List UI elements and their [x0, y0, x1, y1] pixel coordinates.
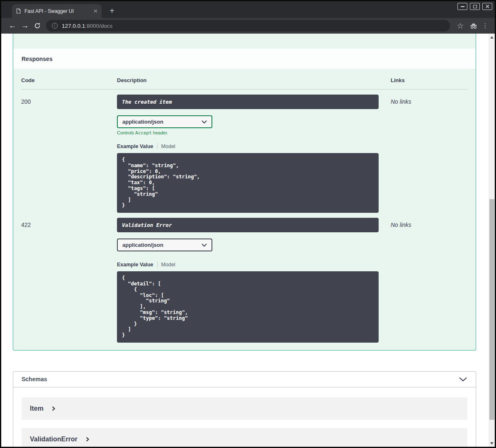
- minimize-icon: [461, 6, 464, 7]
- response-code: 422: [21, 218, 117, 343]
- maximize-button[interactable]: [470, 3, 480, 10]
- tab-title: Fast API - Swagger UI: [24, 8, 94, 14]
- chevron-down-icon: [202, 243, 207, 247]
- maximize-icon: [473, 5, 477, 8]
- media-type-select[interactable]: application/json: [117, 115, 212, 128]
- chevron-right-icon: [86, 437, 89, 442]
- links-cell: No links: [391, 218, 468, 343]
- scroll-down-button[interactable]: [489, 440, 495, 446]
- links-column-header: Links: [391, 77, 468, 83]
- close-icon: [486, 5, 489, 8]
- response-row-200: 200 The created item application/json Co…: [21, 90, 468, 213]
- scrollbar-thumb[interactable]: [489, 199, 494, 420]
- example-value-tab[interactable]: Example Value: [117, 262, 153, 268]
- address-bar[interactable]: i 127.0.0.1:8000/docs: [46, 20, 450, 32]
- chevron-down-icon[interactable]: [459, 377, 467, 382]
- chevron-right-icon: [52, 406, 55, 411]
- schemas-section: Schemas Item ValidationError: [13, 371, 476, 447]
- minimize-button[interactable]: [457, 3, 467, 10]
- media-type-value: application/json: [122, 119, 163, 125]
- responses-header: Responses: [13, 49, 476, 69]
- url-path: :8000/docs: [85, 23, 112, 29]
- description-column-header: Description: [117, 77, 391, 83]
- chevron-down-icon: [202, 120, 207, 124]
- schema-item-row[interactable]: ValidationError: [22, 428, 467, 447]
- model-tab[interactable]: Model: [161, 144, 175, 149]
- response-description-cell: Validation Error application/json Exampl…: [117, 218, 391, 343]
- triangle-down-icon: [490, 442, 494, 445]
- reload-icon: [34, 22, 41, 29]
- schema-item-row[interactable]: Item: [22, 397, 467, 420]
- responses-table-header: Code Description Links: [21, 75, 468, 90]
- response-description-cell: The created item application/json Contro…: [117, 95, 391, 213]
- page-favicon-icon: [16, 8, 21, 14]
- scroll-up-button[interactable]: [489, 34, 495, 40]
- bookmark-star-icon[interactable]: ☆: [454, 21, 467, 31]
- schemas-body: Item ValidationError: [13, 387, 476, 447]
- schemas-title: Schemas: [22, 376, 47, 382]
- incognito-icon: [467, 23, 481, 29]
- browser-tab[interactable]: Fast API - Swagger UI: [12, 4, 102, 18]
- window-controls: [457, 3, 492, 10]
- example-model-tabs: Example Value Model: [117, 261, 391, 268]
- response-description-box: Validation Error: [117, 218, 379, 232]
- url-host: 127.0.0.1: [62, 23, 85, 29]
- response-code: 200: [21, 95, 117, 213]
- responses-title: Responses: [22, 56, 53, 62]
- tab-close-icon[interactable]: [94, 9, 97, 13]
- url-text: 127.0.0.1:8000/docs: [62, 23, 112, 29]
- browser-toolbar: ← → i 127.0.0.1:8000/docs ☆ ⋮: [1, 18, 495, 34]
- back-button[interactable]: ←: [6, 21, 19, 30]
- schemas-header[interactable]: Schemas: [13, 372, 476, 387]
- site-info-icon[interactable]: i: [52, 23, 58, 29]
- triangle-up-icon: [490, 36, 494, 39]
- response-row-422: 422 Validation Error application/json Ex…: [21, 213, 468, 343]
- code-column-header: Code: [21, 77, 117, 83]
- example-code-block: { "detail": [ { "loc": [ "string" ], "ms…: [117, 271, 379, 343]
- example-model-tabs: Example Value Model: [117, 143, 391, 149]
- tab-divider: [157, 143, 158, 149]
- responses-section: Responses Code Description Links 200 The…: [13, 34, 476, 351]
- example-value-tab[interactable]: Example Value: [117, 144, 153, 149]
- example-code-block: { "name": "string", "price": 0, "descrip…: [117, 153, 379, 213]
- media-type-value: application/json: [122, 242, 163, 248]
- responses-table: Code Description Links 200 The created i…: [13, 69, 476, 350]
- new-tab-button[interactable]: +: [107, 5, 117, 16]
- tab-divider: [157, 261, 158, 268]
- reload-button[interactable]: [31, 22, 44, 29]
- tab-strip: Fast API - Swagger UI +: [1, 1, 495, 18]
- schema-name: ValidationError: [30, 436, 78, 443]
- schema-name: Item: [30, 405, 44, 412]
- links-cell: No links: [391, 95, 468, 213]
- forward-button[interactable]: →: [19, 21, 31, 30]
- accept-header-note: Controls Accept header.: [117, 130, 391, 136]
- media-type-select[interactable]: application/json: [117, 239, 212, 251]
- opblock-spacer: [13, 34, 476, 49]
- close-button[interactable]: [482, 3, 492, 10]
- scrollbar[interactable]: [489, 34, 495, 447]
- menu-kebab-icon[interactable]: ⋮: [481, 22, 490, 29]
- response-description-box: The created item: [117, 95, 379, 109]
- model-tab[interactable]: Model: [161, 262, 175, 268]
- browser-window: Fast API - Swagger UI + ← → i 127.0.0.1:…: [0, 0, 496, 448]
- page-content: Responses Code Description Links 200 The…: [1, 34, 495, 447]
